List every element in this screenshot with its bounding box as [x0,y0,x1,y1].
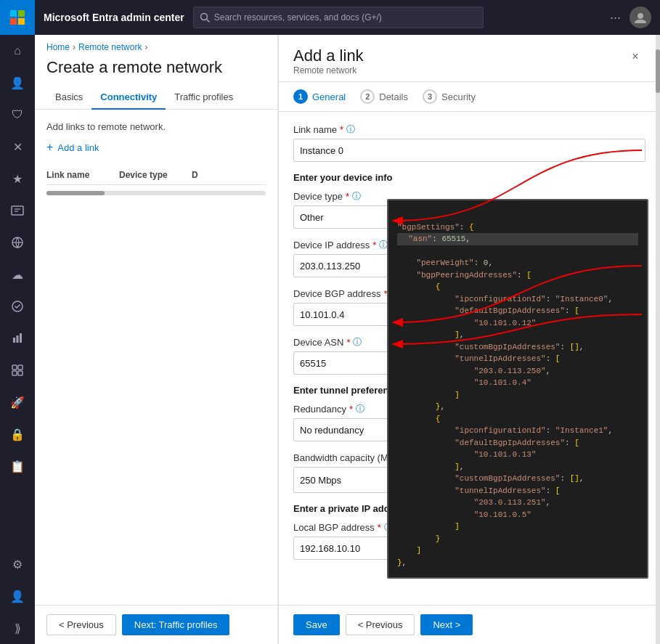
link-name-info-icon[interactable]: ⓘ [346,123,355,136]
step-label-general: General [312,91,346,102]
device-bgp-input[interactable] [293,303,645,326]
drawer-panel: Add a link Remote network × 1 General 2 … [278,35,660,644]
table-scrollbar[interactable] [46,191,266,195]
form-group-redundancy: Redundancy * ⓘ [293,403,645,441]
col-header-link-name: Link name [46,170,119,180]
drawer-header: Add a link Remote network × [279,35,660,82]
sidebar-item-home[interactable]: ⌂ [0,35,35,67]
drawer-subtitle: Remote network [293,65,364,76]
form-group-link-name: Link name * ⓘ [293,123,645,162]
scroll-indicator[interactable] [656,35,660,644]
sidebar-item-protection[interactable]: 🛡 [0,99,35,131]
sidebar-item-applications[interactable] [0,354,35,386]
sidebar-expand[interactable]: ⟫ [0,612,35,644]
page-title: Create a remote network [35,55,277,86]
redundancy-input[interactable] [293,418,645,441]
prev-button[interactable]: < Previous [46,614,116,635]
sidebar-item-reports[interactable] [0,322,35,354]
step-general[interactable]: 1 General [293,89,346,104]
device-ip-label: Device IP address * ⓘ [293,239,645,251]
bandwidth-select[interactable]: 250 Mbps 500 Mbps 1 Gbps [293,467,645,493]
form-group-bandwidth: Bandwidth capacity (Mbps) * ⓘ 250 Mbps 5… [293,452,645,493]
device-asn-info-icon[interactable]: ⓘ [353,336,362,349]
main-container: Microsoft Entra admin center Search reso… [35,0,660,644]
sidebar-item-audit[interactable]: 📋 [0,450,35,482]
sidebar-item-entra-connect[interactable] [0,227,35,258]
add-link-button[interactable]: + Add a link [46,141,266,154]
sidebar-item-identity[interactable]: 👤 [0,67,35,99]
form-group-device-bgp: Device BGP address * ⓘ [293,288,645,326]
drawer-prev-button[interactable]: < Previous [346,614,415,635]
app-logo [0,0,35,35]
drawer-next-button[interactable]: Next > [420,614,473,635]
sidebar-item-account[interactable]: 👤 [0,580,35,612]
redundancy-label: Redundancy * ⓘ [293,403,645,415]
redundancy-info-icon[interactable]: ⓘ [356,403,364,415]
scrollbar-thumb [46,191,105,195]
sidebar-item-close[interactable]: ✕ [0,131,35,163]
drawer-title-group: Add a link Remote network [293,46,364,76]
step-num-3: 3 [423,89,437,104]
sidebar-item-settings[interactable]: ⚙ [0,548,35,580]
tab-connectivity[interactable]: Connectivity [91,86,166,110]
drawer-title: Add a link [293,46,364,65]
svg-rect-16 [18,371,23,375]
col-header-d: D [192,170,235,180]
user-avatar[interactable] [630,7,651,28]
sidebar-item-favorites[interactable]: ★ [0,163,35,195]
breadcrumb-remote-network[interactable]: Remote network [78,42,142,52]
sidebar-item-network[interactable]: 🚀 [0,386,35,418]
sidebar-item-id-governance[interactable] [0,195,35,227]
link-name-input[interactable] [293,139,645,162]
device-type-info-icon[interactable]: ⓘ [352,190,361,203]
form-group-device-asn: Device ASN * ⓘ [293,336,645,375]
sidebar-item-cloud[interactable]: ☁ [0,258,35,290]
device-ip-info-icon[interactable]: ⓘ [379,239,388,251]
device-type-input[interactable] [293,205,645,229]
form-group-local-bgp: Local BGP address * ⓘ [293,521,645,560]
links-table-header: Link name Device type D [46,166,266,185]
bandwidth-select-wrapper: 250 Mbps 500 Mbps 1 Gbps ▼ [293,467,645,493]
add-icon: + [46,141,53,154]
tab-traffic-profiles[interactable]: Traffic profiles [166,86,242,110]
next-traffic-profiles-button[interactable]: Next: Traffic profiles [122,614,230,635]
save-button[interactable]: Save [293,614,340,635]
svg-rect-1 [18,10,25,17]
bandwidth-info-icon[interactable]: ⓘ [416,452,425,464]
device-bgp-info-icon[interactable]: ⓘ [391,288,399,300]
breadcrumb: Home › Remote network › [35,35,277,55]
breadcrumb-home[interactable]: Home [46,42,70,52]
drawer-content: Link name * ⓘ Enter your device info Dev… [279,112,660,605]
device-asn-input[interactable] [293,351,645,375]
svg-rect-11 [17,335,19,343]
close-button[interactable]: × [625,46,645,67]
form-group-device-type: Device type * ⓘ [293,190,645,229]
local-bgp-input[interactable] [293,537,645,560]
step-details[interactable]: 2 Details [360,89,408,104]
close-icon: × [632,50,638,63]
svg-rect-3 [18,18,25,25]
more-options-icon[interactable]: ··· [610,10,621,25]
svg-rect-2 [10,18,17,25]
sidebar-item-devices[interactable]: 🔒 [0,418,35,450]
step-security[interactable]: 3 Security [423,89,476,104]
tunnel-heading: Enter tunnel preference [293,385,645,396]
tab-basics[interactable]: Basics [46,86,91,110]
step-num-2: 2 [360,89,375,104]
device-ip-required: * [372,240,376,250]
device-bgp-label: Device BGP address * ⓘ [293,288,645,300]
local-bgp-required: * [378,522,381,533]
step-label-details: Details [379,91,408,102]
svg-rect-15 [12,371,17,375]
local-bgp-info-icon[interactable]: ⓘ [384,521,393,534]
form-group-device-ip: Device IP address * ⓘ [293,239,645,277]
step-bar: 1 General 2 Details 3 Security [279,82,660,112]
add-link-label: Add a link [57,142,99,153]
svg-rect-10 [13,338,15,343]
topbar-right: ··· [610,7,651,28]
sidebar-item-global-secure[interactable] [0,290,35,322]
device-ip-input[interactable] [293,254,645,277]
device-type-required: * [346,191,349,202]
add-links-description: Add links to remote network. [46,121,266,132]
search-bar[interactable]: Search resources, services, and docs (G+… [193,7,484,28]
